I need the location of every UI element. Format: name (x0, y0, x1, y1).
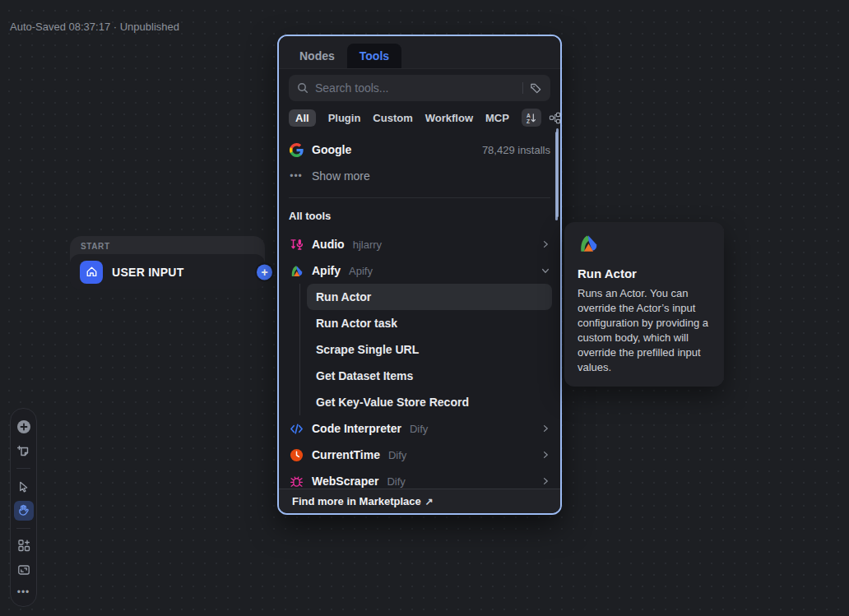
chevron-down-icon (540, 266, 550, 276)
google-icon (289, 142, 304, 157)
subtool-run-actor[interactable]: Run Actor (307, 284, 552, 310)
filter-all[interactable]: All (289, 109, 316, 127)
tooltip-title: Run Actor (578, 266, 711, 280)
subtool-run-actor-task[interactable]: Run Actor task (300, 310, 552, 336)
apify-subtools: Run Actor Run Actor task Scrape Single U… (299, 284, 552, 415)
filter-workflow[interactable]: Workflow (425, 112, 473, 124)
search-divider (522, 82, 523, 94)
code-interpreter-icon (289, 421, 304, 436)
chevron-right-icon (540, 450, 550, 460)
subtool-scrape-single-url[interactable]: Scrape Single URL (300, 336, 552, 363)
workflow-canvas[interactable]: Auto-Saved 08:37:17 · Unpublished START … (0, 0, 849, 616)
provider-row-audio[interactable]: Audio hjlarry (279, 231, 560, 257)
add-next-node-button[interactable]: + (257, 264, 272, 280)
provider-row-code-interpreter[interactable]: Code Interpreter Dify (279, 415, 560, 442)
tab-tools[interactable]: Tools (347, 44, 401, 68)
tag-filter-icon[interactable] (530, 82, 542, 95)
tree-view-icon[interactable] (546, 109, 562, 127)
install-count: 78,429 installs (482, 144, 550, 156)
filter-plugin[interactable]: Plugin (328, 112, 361, 124)
search-box[interactable] (289, 75, 550, 101)
node-title: USER INPUT (112, 266, 184, 279)
audio-plugin-icon (289, 237, 304, 252)
spider-icon (289, 474, 304, 489)
subtool-get-kv-store-record[interactable]: Get Key-Value Store Record (300, 389, 552, 415)
block-selector-panel[interactable]: Nodes Tools All Plugin (277, 35, 562, 515)
add-note-icon[interactable] (14, 442, 34, 461)
tooltip-description: Runs an Actor. You can override the Acto… (578, 286, 711, 375)
toolbar-divider (16, 528, 30, 529)
apify-icon-large (578, 233, 599, 254)
panel-scrollbar-thumb[interactable] (556, 128, 559, 217)
search-icon (297, 82, 309, 94)
panel-tabs: Nodes Tools (279, 36, 560, 69)
tool-row-google[interactable]: Google 78,429 installs (279, 137, 560, 163)
pointer-mode-icon[interactable] (14, 476, 34, 496)
fit-view-icon[interactable] (14, 560, 34, 580)
section-title: All tools (289, 206, 550, 225)
svg-text:Z: Z (527, 118, 530, 123)
external-link-icon: ↗ (425, 496, 434, 507)
tool-detail-tooltip: Run Actor Runs an Actor. You can overrid… (564, 222, 724, 387)
start-group-label: START (81, 242, 110, 251)
category-filters: All Plugin Custom Workflow MCP A Z (289, 109, 550, 127)
chevron-right-icon (540, 239, 550, 249)
autosave-status: Auto-Saved 08:37:17 · Unpublished (10, 21, 179, 33)
hand-mode-icon[interactable] (14, 501, 34, 521)
tab-nodes[interactable]: Nodes (287, 44, 347, 68)
svg-text:A: A (527, 112, 531, 118)
canvas-toolbar[interactable]: ••• (10, 408, 37, 607)
add-node-icon[interactable] (14, 417, 34, 437)
filter-mcp[interactable]: MCP (485, 112, 509, 124)
filter-custom[interactable]: Custom (373, 112, 412, 124)
user-input-node-card[interactable]: USER INPUT + (70, 254, 265, 289)
provider-row-currenttime[interactable]: CurrentTime Dify (279, 442, 560, 468)
provider-row-apify[interactable]: Apify Apify (279, 257, 560, 284)
ellipsis-icon: ••• (289, 169, 304, 183)
subtool-get-dataset-items[interactable]: Get Dataset Items (300, 363, 552, 389)
home-icon (80, 261, 103, 284)
list-divider (289, 197, 550, 198)
organize-blocks-icon[interactable] (14, 536, 34, 556)
chevron-right-icon (540, 424, 550, 433)
search-input[interactable] (315, 81, 516, 95)
clock-icon (289, 447, 304, 462)
more-options-icon[interactable]: ••• (17, 586, 30, 598)
toolbar-divider (16, 468, 30, 469)
apify-icon (289, 263, 304, 278)
show-more-row[interactable]: ••• Show more (279, 163, 560, 189)
tool-list[interactable]: installs Google 78,429 installs ••• (279, 132, 560, 513)
start-node[interactable]: START USER INPUT + (70, 236, 265, 289)
chevron-right-icon (540, 476, 550, 486)
marketplace-link[interactable]: Find more in Marketplace ↗ (279, 489, 560, 513)
sort-alphabetical-icon[interactable]: A Z (522, 109, 541, 127)
